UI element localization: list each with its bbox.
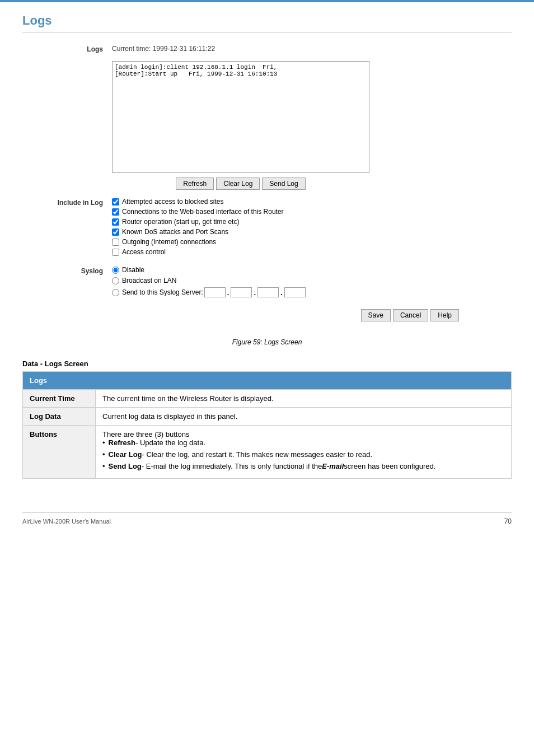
table-header-row: Logs	[23, 372, 512, 390]
radio-disable[interactable]	[112, 267, 119, 274]
logs-screen: Logs Current time: 1999-12-31 16:11:22 […	[22, 44, 512, 321]
data-section: Data - Logs Screen Logs Current Time The…	[22, 360, 512, 479]
current-time-text: Current time: 1999-12-31 16:11:22	[112, 45, 215, 53]
radio-label: Disable	[122, 266, 144, 274]
syslog-label: Syslog	[22, 266, 112, 275]
list-item: Broadcast on LAN	[112, 277, 512, 284]
bullet-rest-3: - E-mail the log immediately. This is on…	[142, 462, 322, 470]
syslog-server-row: Send to this Syslog Server: . . .	[122, 287, 306, 297]
page-content: Logs Logs Current time: 1999-12-31 16:11…	[0, 2, 534, 548]
list-item: Router operation (start up, get time etc…	[112, 218, 512, 226]
log-data-content: [admin login]:client 192.168.1.1 login F…	[112, 61, 512, 190]
table-row: Current Time The current time on the Wir…	[23, 390, 512, 408]
row-content-current-time: The current time on the Wireless Router …	[96, 390, 512, 408]
page-footer: AirLive WN-200R User's Manual 70	[22, 512, 512, 525]
syslog-row: Syslog Disable Broadcast on LAN Send to	[22, 266, 512, 300]
clear-log-button[interactable]: Clear Log	[216, 178, 260, 190]
checkbox-label: Outgoing (Internet) connections	[122, 238, 216, 246]
checkbox-access-control[interactable]	[112, 249, 119, 256]
include-in-log-label: Include in Log	[22, 198, 112, 207]
footer-page: 70	[504, 517, 512, 525]
log-textarea[interactable]: [admin login]:client 192.168.1.1 login F…	[112, 61, 369, 173]
syslog-octet-1[interactable]	[204, 287, 226, 297]
bullet-bold-2: Clear Log	[109, 450, 142, 459]
syslog-octet-3[interactable]	[257, 287, 279, 297]
syslog-content: Disable Broadcast on LAN Send to this Sy…	[112, 266, 512, 300]
list-item: Outgoing (Internet) connections	[112, 238, 512, 246]
refresh-button[interactable]: Refresh	[176, 178, 214, 190]
cancel-button[interactable]: Cancel	[393, 309, 428, 321]
bullet-bold-1: Refresh	[109, 438, 135, 447]
row-label-current-time: Current Time	[23, 390, 96, 408]
checkbox-dos-attacks[interactable]	[112, 228, 119, 236]
checkbox-label: Connections to the Web-based interface o…	[122, 208, 284, 216]
dot-3: .	[280, 288, 283, 297]
list-item: Disable	[112, 266, 512, 274]
bullet-bold-3: Send Log	[109, 462, 142, 470]
checkbox-outgoing[interactable]	[112, 239, 119, 246]
row-content-log-data: Current log data is displayed in this pa…	[96, 408, 512, 426]
log-data-label	[22, 61, 112, 62]
figure-caption: Figure 59: Logs Screen	[22, 338, 512, 346]
list-item: Known DoS attacks and Port Scans	[112, 228, 512, 236]
send-log-button[interactable]: Send Log	[262, 178, 305, 190]
list-item: Refresh - Update the log data.	[102, 438, 504, 447]
bullet-italic-3: E-mail	[322, 462, 344, 470]
bullet-end-3: screen has been configured.	[344, 462, 435, 470]
action-buttons-row: Save Cancel Help	[112, 309, 459, 321]
include-in-log-row: Include in Log Attempted access to block…	[22, 198, 512, 258]
current-time-row: Logs Current time: 1999-12-31 16:11:22	[22, 44, 512, 53]
log-buttons-row: Refresh Clear Log Send Log	[112, 178, 369, 190]
radio-syslog-server[interactable]	[112, 289, 119, 296]
table-header: Logs	[23, 372, 512, 390]
row-content-buttons: There are three (3) buttons Refresh - Up…	[96, 426, 512, 479]
radio-list: Disable Broadcast on LAN Send to this Sy…	[112, 266, 512, 297]
row-label-buttons: Buttons	[23, 426, 96, 479]
checkbox-label: Attempted access to blocked sites	[122, 198, 223, 206]
checkbox-list: Attempted access to blocked sites Connec…	[112, 198, 512, 256]
footer-left: AirLive WN-200R User's Manual	[22, 518, 111, 525]
list-item: Send to this Syslog Server: . . .	[112, 287, 512, 297]
current-time-content: Current time: 1999-12-31 16:11:22	[112, 44, 512, 53]
table-row: Log Data Current log data is displayed i…	[23, 408, 512, 426]
radio-label: Broadcast on LAN	[122, 277, 176, 284]
syslog-octet-4[interactable]	[284, 287, 306, 297]
list-item: Send Log - E-mail the log immediately. T…	[102, 462, 504, 470]
checkbox-blocked-sites[interactable]	[112, 198, 119, 206]
data-section-title: Data - Logs Screen	[22, 360, 512, 368]
bullets-list: Refresh - Update the log data. Clear Log…	[102, 438, 504, 470]
logs-label: Logs	[22, 44, 112, 53]
bullet-rest-1: - Update the log data.	[135, 438, 205, 447]
radio-broadcast[interactable]	[112, 277, 119, 284]
current-time-desc: The current time on the Wireless Router …	[102, 394, 274, 403]
checkbox-web-interface[interactable]	[112, 208, 119, 216]
syslog-octet-2[interactable]	[231, 287, 252, 297]
buttons-intro: There are three (3) buttons	[102, 430, 504, 438]
table-row: Buttons There are three (3) buttons Refr…	[23, 426, 512, 479]
include-in-log-content: Attempted access to blocked sites Connec…	[112, 198, 512, 258]
syslog-server-label: Send to this Syslog Server:	[122, 288, 203, 296]
checkbox-router-operation[interactable]	[112, 218, 119, 226]
log-data-desc: Current log data is displayed in this pa…	[102, 412, 237, 421]
log-data-row: [admin login]:client 192.168.1.1 login F…	[22, 61, 512, 190]
checkbox-label: Router operation (start up, get time etc…	[122, 218, 239, 226]
dot-2: .	[253, 288, 256, 297]
checkbox-label: Known DoS attacks and Port Scans	[122, 228, 228, 236]
page-title: Logs	[22, 13, 512, 33]
list-item: Clear Log - Clear the log, and restart i…	[102, 450, 504, 459]
list-item: Attempted access to blocked sites	[112, 198, 512, 206]
help-button[interactable]: Help	[430, 309, 459, 321]
list-item: Connections to the Web-based interface o…	[112, 208, 512, 216]
dot-1: .	[227, 288, 230, 297]
data-table: Logs Current Time The current time on th…	[22, 371, 512, 479]
bullet-rest-2: - Clear the log, and restart it. This ma…	[142, 450, 373, 459]
row-label-log-data: Log Data	[23, 408, 96, 426]
save-button[interactable]: Save	[361, 309, 391, 321]
list-item: Access control	[112, 248, 512, 256]
checkbox-label: Access control	[122, 248, 166, 256]
